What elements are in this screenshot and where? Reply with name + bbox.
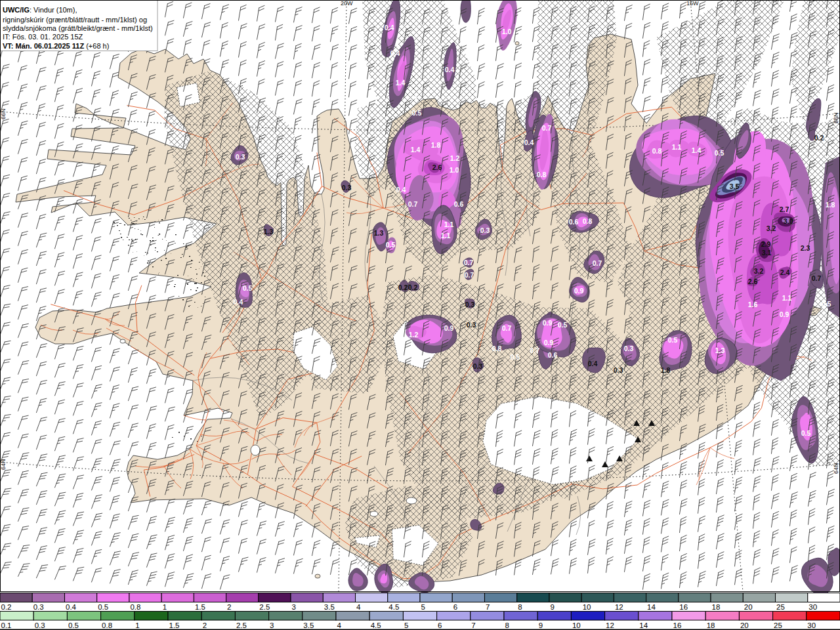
svg-text:5: 5 — [404, 621, 408, 629]
svg-text:0.5: 0.5 — [98, 603, 108, 611]
svg-text:3.2: 3.2 — [766, 224, 776, 232]
svg-text:0.4: 0.4 — [588, 360, 598, 368]
svg-text:2.5: 2.5 — [236, 621, 247, 629]
svg-text:0.6: 0.6 — [569, 218, 579, 226]
svg-text:0.5: 0.5 — [801, 429, 811, 437]
svg-text:1.1: 1.1 — [782, 294, 792, 302]
svg-text:0.8: 0.8 — [130, 603, 140, 611]
svg-text:0.9: 0.9 — [780, 310, 789, 318]
svg-text:1.1: 1.1 — [672, 143, 682, 151]
svg-text:4: 4 — [356, 603, 361, 611]
svg-text:0.7: 0.7 — [464, 259, 474, 266]
svg-text:18: 18 — [707, 621, 715, 629]
svg-text:0.2: 0.2 — [408, 284, 418, 291]
svg-text:30: 30 — [807, 621, 816, 629]
svg-text:3.2: 3.2 — [754, 267, 764, 275]
svg-text:0.1: 0.1 — [1, 621, 12, 629]
svg-text:0.5: 0.5 — [715, 149, 724, 157]
svg-text:0.5: 0.5 — [822, 300, 831, 308]
svg-text:4: 4 — [337, 621, 342, 629]
svg-text:10: 10 — [572, 621, 581, 629]
svg-text:0.4: 0.4 — [524, 138, 534, 146]
svg-text:0.4: 0.4 — [445, 66, 455, 74]
svg-text:1.8: 1.8 — [826, 201, 835, 209]
svg-text:2.5: 2.5 — [259, 603, 270, 611]
svg-text:0.7: 0.7 — [812, 274, 822, 282]
svg-text:3.5: 3.5 — [303, 621, 314, 629]
svg-text:7: 7 — [471, 621, 475, 629]
svg-text:12: 12 — [606, 621, 614, 629]
svg-text:0.3: 0.3 — [480, 226, 490, 234]
svg-text:8: 8 — [518, 603, 522, 611]
svg-text:14: 14 — [647, 603, 656, 611]
svg-text:0.3: 0.3 — [467, 321, 476, 329]
svg-text:0.7: 0.7 — [465, 271, 474, 279]
svg-text:1.2: 1.2 — [450, 154, 460, 162]
svg-text:0.5: 0.5 — [243, 284, 253, 292]
svg-text:0.7: 0.7 — [542, 124, 552, 132]
svg-text:3: 3 — [292, 603, 296, 611]
svg-text:1.8: 1.8 — [661, 366, 671, 374]
svg-text:20: 20 — [744, 603, 753, 611]
svg-text:0.7: 0.7 — [408, 200, 418, 208]
svg-text:0.2: 0.2 — [814, 134, 824, 142]
svg-text:4.5: 4.5 — [371, 621, 381, 629]
svg-text:1: 1 — [163, 603, 167, 611]
svg-text:0.9: 0.9 — [574, 287, 584, 295]
svg-text:0.8: 0.8 — [102, 621, 112, 629]
svg-text:12: 12 — [615, 603, 623, 611]
svg-text:0.5: 0.5 — [386, 241, 396, 249]
svg-text:0.7: 0.7 — [593, 259, 602, 267]
svg-text:1.2: 1.2 — [409, 331, 419, 339]
svg-text:0.8: 0.8 — [492, 345, 502, 352]
svg-text:10: 10 — [583, 603, 591, 611]
svg-text:3.5: 3.5 — [324, 603, 335, 611]
svg-text:0.9: 0.9 — [543, 319, 553, 327]
svg-text:0.3: 0.3 — [624, 345, 634, 352]
svg-text:1.5: 1.5 — [169, 621, 180, 629]
svg-text:20W: 20W — [341, 0, 353, 7]
svg-text:1.1: 1.1 — [444, 220, 454, 228]
svg-text:0.8: 0.8 — [652, 147, 662, 155]
svg-text:2.6: 2.6 — [432, 163, 442, 171]
svg-text:1.0: 1.0 — [450, 166, 459, 174]
svg-text:0.3: 0.3 — [33, 603, 44, 611]
svg-text:0.5: 0.5 — [558, 321, 568, 329]
svg-text:30: 30 — [808, 603, 817, 611]
svg-text:0.3: 0.3 — [614, 366, 623, 374]
svg-text:0.5: 0.5 — [668, 336, 678, 344]
svg-text:0.7: 0.7 — [502, 324, 512, 332]
svg-text:0.5: 0.5 — [511, 353, 520, 361]
svg-text:0.5: 0.5 — [412, 109, 422, 117]
svg-text:1.3: 1.3 — [715, 346, 725, 354]
svg-text:7: 7 — [486, 603, 490, 611]
svg-text:14: 14 — [639, 621, 648, 629]
svg-text:2.7: 2.7 — [780, 205, 789, 213]
svg-text:2.4: 2.4 — [780, 268, 790, 276]
svg-text:1.0: 1.0 — [502, 28, 512, 35]
svg-text:1.8: 1.8 — [431, 141, 441, 149]
svg-text:0.2: 0.2 — [398, 284, 408, 291]
svg-text:0.6: 0.6 — [548, 351, 558, 359]
svg-text:3: 3 — [270, 621, 274, 629]
svg-text:25: 25 — [776, 603, 785, 611]
svg-text:0.3: 0.3 — [473, 362, 483, 370]
svg-text:16: 16 — [679, 603, 688, 611]
svg-text:1.3: 1.3 — [264, 228, 274, 236]
svg-text:1.1: 1.1 — [441, 232, 451, 240]
svg-text:0.7: 0.7 — [530, 346, 540, 354]
svg-text:2.9: 2.9 — [761, 240, 771, 248]
svg-text:15W: 15W — [686, 0, 699, 7]
svg-text:1.6: 1.6 — [748, 301, 758, 308]
svg-text:0.3: 0.3 — [465, 301, 475, 308]
svg-text:18: 18 — [712, 603, 721, 611]
svg-text:1.3: 1.3 — [374, 229, 384, 237]
svg-text:0.4: 0.4 — [66, 603, 77, 611]
svg-text:0.4: 0.4 — [234, 298, 243, 306]
svg-text:8: 8 — [505, 621, 509, 629]
svg-text:0.9: 0.9 — [544, 339, 554, 346]
svg-text:6: 6 — [438, 621, 442, 629]
svg-text:1.4: 1.4 — [692, 146, 702, 154]
svg-text:9: 9 — [539, 621, 543, 629]
svg-text:1.4: 1.4 — [396, 79, 406, 87]
